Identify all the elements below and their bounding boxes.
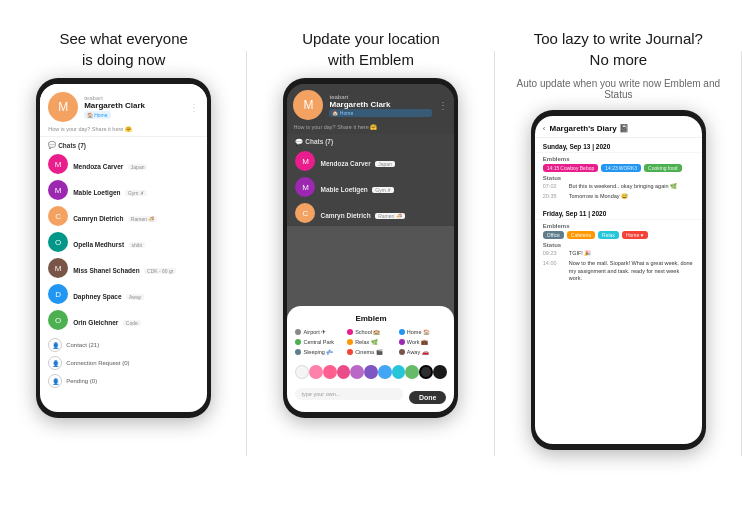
- emblems-label-2: Emblems: [543, 223, 694, 229]
- chat-name: Miss Shanel Schaden: [73, 267, 139, 274]
- entry-time: 20:35: [543, 193, 565, 201]
- chat-info: Mendoza Carver Japan: [73, 155, 199, 173]
- user-name: Margareth Clark: [84, 101, 183, 110]
- color-dot[interactable]: [405, 365, 419, 379]
- emblem-text: Home ♥: [626, 232, 644, 238]
- avatar: M: [48, 258, 68, 278]
- list-item[interactable]: O Opella Medhurst shibi: [40, 229, 207, 255]
- emblem-item[interactable]: Central Park: [295, 339, 343, 345]
- emblems-label-1: Emblems: [543, 156, 694, 162]
- color-dot[interactable]: [350, 365, 364, 379]
- list-item[interactable]: M Mable Loetigen Gym ✗: [40, 177, 207, 203]
- user-bio-2: How is your day? Share it here 🤗: [293, 124, 448, 130]
- emblem-input[interactable]: type your own...: [295, 388, 403, 400]
- emblem-item[interactable]: Home 🏠: [399, 329, 447, 335]
- chat-info: Mable Loetigen Gym ✗: [320, 178, 446, 196]
- connection-icon: 👤: [48, 356, 62, 370]
- screen1-header: M teabart Margareth Clark 🏠 Home ⋮ How i…: [40, 84, 207, 137]
- avatar: M: [48, 92, 78, 122]
- emblem-time: 14:15: [547, 165, 560, 171]
- emblem-text: Relax: [602, 232, 615, 238]
- emblem-dot: [399, 329, 405, 335]
- emblem-dot: [399, 339, 405, 345]
- chat-name: Camryn Dietrich: [320, 212, 370, 219]
- list-item[interactable]: O Orin Gleichner Code: [40, 307, 207, 333]
- emblem-dot: [347, 339, 353, 345]
- emblem-item[interactable]: Relax 🌿: [347, 339, 395, 345]
- emblem-text: WORK3: [619, 165, 637, 171]
- chat-name: Orin Gleichner: [73, 319, 118, 326]
- chat-info: Daphney Space Away: [73, 285, 199, 303]
- diary-entry: 14:00 Now to the mall. Siopark! What a g…: [543, 260, 694, 283]
- user-name-2: Margareth Clark: [329, 100, 432, 109]
- list-item[interactable]: D Daphney Space Away: [40, 281, 207, 307]
- list-item[interactable]: C Camryn Dietrich Ramen 🍜: [40, 203, 207, 229]
- emblem-dot: [295, 329, 301, 335]
- color-dot[interactable]: [433, 365, 447, 379]
- dimmed-section: 💬 Chats (7) M Mendoza Carver Japan M Mab…: [287, 134, 454, 226]
- color-dot[interactable]: [337, 365, 351, 379]
- edit-icon-2[interactable]: ⋮: [438, 100, 448, 111]
- emblems-badges-1: 14:15 Cowboy Bebop 14:23 WORK3 Cooking f…: [543, 164, 694, 172]
- footer-contact[interactable]: 👤 Contact (21): [48, 336, 199, 354]
- emblem-label: Relax 🌿: [355, 339, 378, 345]
- done-button[interactable]: Done: [409, 391, 447, 404]
- chat-info: Camryn Dietrich Ramen 🍜: [320, 204, 446, 222]
- color-dot[interactable]: [392, 365, 406, 379]
- color-dot[interactable]: [309, 365, 323, 379]
- diary-date-1: Sunday, Sep 13 | 2020: [535, 138, 702, 153]
- emblem-item[interactable]: Away 🚗: [399, 349, 447, 355]
- footer-pending[interactable]: 👤 Pending (0): [48, 372, 199, 390]
- emblem-text: Cooking food: [648, 165, 677, 171]
- list-item[interactable]: M Mendoza Carver Japan: [40, 151, 207, 177]
- emblem-item[interactable]: Work 💼: [399, 339, 447, 345]
- emblem-item[interactable]: School 🏫: [347, 329, 395, 335]
- chat-name: Mendoza Carver: [320, 160, 370, 167]
- chat-badge: Japan: [375, 161, 395, 167]
- avatar: C: [48, 206, 68, 226]
- dimmed-header: M teabart Margareth Clark 🏠 Home ⋮ How i…: [287, 84, 454, 134]
- color-dot[interactable]: [295, 365, 309, 379]
- diary-date-2: Friday, Sep 11 | 2020: [535, 205, 702, 220]
- emblem-item[interactable]: Sleeping 💤: [295, 349, 343, 355]
- list-item[interactable]: M Miss Shanel Schaden CDK - 60 gr: [40, 255, 207, 281]
- emblem-item[interactable]: Airport ✈: [295, 329, 343, 335]
- color-dot[interactable]: [378, 365, 392, 379]
- back-arrow-icon[interactable]: ‹: [543, 124, 546, 133]
- chat-info: Opella Medhurst shibi: [73, 233, 199, 251]
- emblem-item[interactable]: Cinema 🎬: [347, 349, 395, 355]
- chat-badge: Code: [123, 320, 141, 326]
- emblem-label: Sleeping 💤: [303, 349, 333, 355]
- emblem-label: Central Park: [303, 339, 334, 345]
- color-dot[interactable]: [364, 365, 378, 379]
- chat-badge: CDK - 60 gr: [144, 268, 176, 274]
- emblem-dot: [347, 329, 353, 335]
- chat-info: Mendoza Carver Japan: [320, 152, 446, 170]
- chat-name: Mendoza Carver: [73, 163, 123, 170]
- emblem-time: 14:23: [605, 165, 618, 171]
- entry-time: 07:02: [543, 183, 565, 191]
- phone-1: M teabart Margareth Clark 🏠 Home ⋮ How i…: [36, 78, 211, 418]
- chat-badge: Away: [126, 294, 144, 300]
- panel-3-subtitle: Auto update when you write now Emblem an…: [507, 78, 730, 100]
- chat-name: Mable Loetigen: [73, 189, 120, 196]
- color-dot-selected[interactable]: [419, 365, 433, 379]
- emblem-badge: Office: [543, 231, 564, 239]
- avatar: M: [48, 180, 68, 200]
- footer-connection[interactable]: 👤 Connection Request (0): [48, 354, 199, 372]
- entry-time: 14:00: [543, 260, 565, 283]
- emblem-label: School 🏫: [355, 329, 380, 335]
- color-dot[interactable]: [323, 365, 337, 379]
- chat-badge: Japan: [128, 164, 148, 170]
- emblem-badge: 14:23 WORK3: [601, 164, 641, 172]
- phone-3: ‹ Margareth's Diary 📓 Sunday, Sep 13 | 2…: [531, 110, 706, 450]
- emblem-label: Home 🏠: [407, 329, 430, 335]
- emblem-label: Away 🚗: [407, 349, 429, 355]
- chat-badge: Ramen 🍜: [128, 216, 158, 222]
- chat-name: Daphney Space: [73, 293, 121, 300]
- edit-icon[interactable]: ⋮: [189, 102, 199, 113]
- chat-badge: shibi: [129, 242, 145, 248]
- user-info: teabart Margareth Clark 🏠 Home: [84, 95, 183, 119]
- diary-title: Margareth's Diary 📓: [549, 124, 628, 133]
- contact-icon: 👤: [48, 338, 62, 352]
